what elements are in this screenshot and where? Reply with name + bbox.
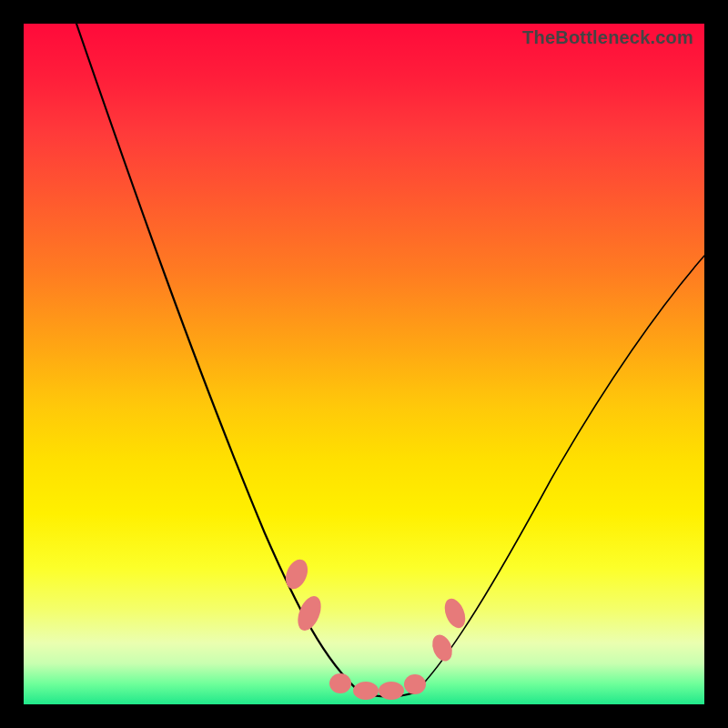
chart-frame: TheBottleneck.com bbox=[0, 0, 728, 728]
marker-valley-flat-1 bbox=[329, 673, 351, 693]
marker-left-cluster-upper bbox=[281, 556, 311, 592]
curve-left-branch bbox=[76, 24, 360, 693]
chart-overlay bbox=[24, 24, 704, 704]
marker-valley-flat-4 bbox=[404, 674, 426, 694]
plot-area: TheBottleneck.com bbox=[24, 24, 704, 704]
marker-valley-flat-2 bbox=[353, 682, 379, 700]
marker-valley-flat-3 bbox=[379, 682, 404, 700]
marker-left-cluster-lower bbox=[293, 592, 325, 633]
marker-right-cluster-upper bbox=[440, 595, 469, 631]
